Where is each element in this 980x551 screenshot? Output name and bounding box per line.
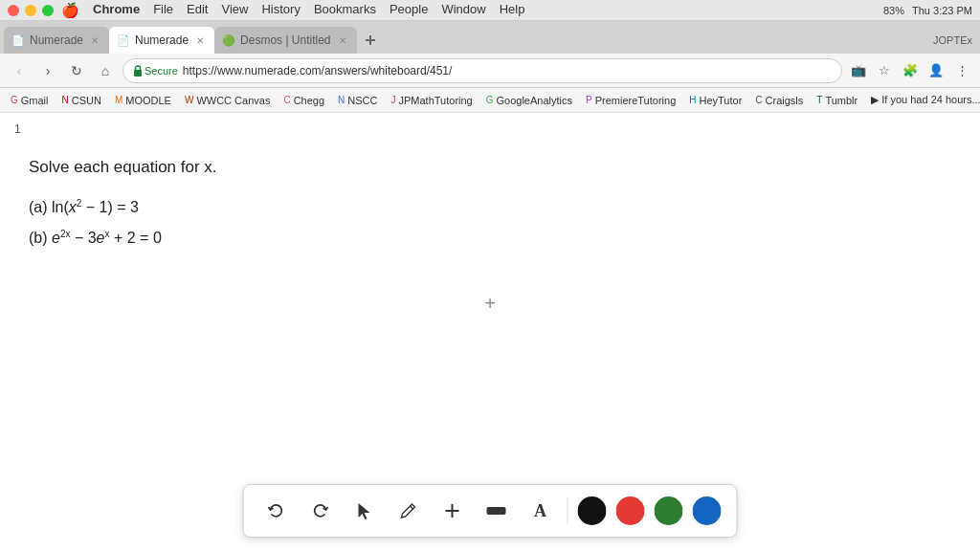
refresh-button[interactable]: ↻ — [65, 59, 88, 82]
equation-b: (b) e2x − 3ex + 2 = 0 — [29, 223, 951, 253]
bookmark-nscc[interactable]: N NSCC — [333, 93, 382, 108]
tab-favicon-2: 📄 — [117, 34, 130, 47]
secure-text: Secure — [145, 65, 178, 77]
tab-close-2[interactable]: ✕ — [193, 34, 207, 47]
csun-icon: N — [62, 95, 69, 105]
cursor-crosshair: + — [484, 293, 496, 315]
moodle-icon: M — [115, 95, 122, 105]
file-menu[interactable]: File — [153, 2, 173, 19]
system-tray: 83% Thu 3:23 PM — [883, 5, 972, 16]
nscc-icon: N — [338, 95, 345, 105]
help-menu[interactable]: Help — [500, 2, 525, 19]
bookmark-label-google: GoogleAnalytics — [497, 95, 573, 106]
text-tool-label: A — [534, 501, 546, 521]
math-content-area: Solve each equation for x. (a) ln(x2 − 1… — [0, 143, 980, 263]
chegg-icon: C — [283, 95, 290, 105]
chrome-menu[interactable]: Chrome — [93, 2, 140, 19]
tab-numerade-2[interactable]: 📄 Numerade ✕ — [109, 27, 214, 54]
google-icon: G — [486, 95, 494, 105]
craigslist-icon: C — [755, 95, 762, 105]
text-tool-button[interactable]: A — [523, 494, 558, 528]
profile-name: JOPTEx — [933, 34, 972, 46]
back-button[interactable]: ‹ — [8, 59, 31, 82]
forward-button[interactable]: › — [36, 59, 59, 82]
svg-rect-2 — [134, 70, 142, 77]
add-element-button[interactable] — [435, 494, 470, 528]
bookmark-tumblr[interactable]: T Tumblr — [812, 93, 862, 108]
bookmark-label-wwcc: WWCC Canvas — [196, 95, 270, 106]
drawing-toolbar: A — [243, 484, 738, 538]
bookmark-chegg[interactable]: C Chegg — [278, 93, 329, 108]
bookmark-label-premiere: PremiereTutoring — [595, 95, 677, 106]
bookmark-google[interactable]: G GoogleAnalytics — [481, 93, 577, 108]
highlight-tool-button[interactable] — [479, 494, 514, 528]
tab-bar: 📄 Numerade ✕ 📄 Numerade ✕ 🟢 Desmos | Unt… — [0, 21, 980, 54]
main-content: 1 Solve each equation for x. (a) ln(x2 −… — [0, 113, 980, 551]
toolbar-divider — [568, 497, 568, 524]
color-black-button[interactable] — [578, 496, 607, 525]
extensions-icon[interactable]: 🧩 — [900, 60, 921, 81]
equation-a: (a) ln(x2 − 1) = 3 — [29, 192, 951, 223]
color-red-button[interactable] — [616, 496, 645, 525]
url-text: https://www.numerade.com/answers/whitebo… — [183, 64, 832, 77]
tab-favicon-1: 📄 — [11, 34, 25, 47]
tab-close-desmos[interactable]: ✕ — [336, 34, 349, 47]
people-menu[interactable]: People — [390, 2, 428, 19]
bookmark-label-moodle: MOODLE — [125, 95, 171, 106]
fullscreen-button[interactable] — [42, 5, 54, 16]
bookmark-heytutor[interactable]: H HeyTutor — [684, 93, 746, 108]
premiere-icon: P — [586, 95, 592, 105]
svg-marker-3 — [359, 503, 370, 519]
svg-rect-7 — [487, 507, 506, 515]
bookmark-jpmath[interactable]: J JPMathTutoring — [386, 93, 477, 108]
bookmark-moodle[interactable]: M MOODLE — [110, 93, 176, 108]
profile-icon[interactable]: 👤 — [925, 60, 947, 81]
select-tool-button[interactable] — [347, 494, 382, 528]
bookmark-label-gmail: Gmail — [21, 95, 49, 106]
bookmark-label-jpmath: JPMathTutoring — [398, 95, 472, 106]
view-menu[interactable]: View — [221, 2, 248, 19]
titlebar: 🍎 Chrome File Edit View History Bookmark… — [0, 0, 980, 21]
whiteboard-area[interactable]: 1 Solve each equation for x. (a) ln(x2 −… — [0, 113, 980, 494]
address-bar: ‹ › ↻ ⌂ Secure https://www.numerade.com/… — [0, 54, 980, 88]
tab-numerade-1[interactable]: 📄 Numerade ✕ — [4, 27, 109, 54]
menu-bar: 🍎 Chrome File Edit View History Bookmark… — [61, 2, 524, 19]
bookmarks-bar: G Gmail N CSUN M MOODLE W WWCC Canvas C … — [0, 88, 980, 113]
history-menu[interactable]: History — [261, 2, 300, 19]
bookmark-wwcc[interactable]: W WWCC Canvas — [180, 93, 275, 108]
undo-button[interactable] — [259, 494, 294, 528]
bookmark-premiere[interactable]: P PremiereTutoring — [581, 93, 680, 108]
edit-menu[interactable]: Edit — [187, 2, 208, 19]
tab-label-2: Numerade — [135, 33, 189, 47]
tab-close-1[interactable]: ✕ — [88, 34, 101, 47]
color-blue-button[interactable] — [693, 496, 722, 525]
pencil-tool-button[interactable] — [391, 494, 426, 528]
minimize-button[interactable] — [25, 5, 36, 16]
bookmark-label-heytutor: HeyTutor — [700, 95, 743, 106]
color-green-button[interactable] — [655, 496, 683, 525]
bookmarks-menu[interactable]: Bookmarks — [314, 2, 376, 19]
cast-icon[interactable]: 📺 — [848, 60, 869, 81]
bookmark-csun[interactable]: N CSUN — [57, 93, 106, 108]
tab-desmos[interactable]: 🟢 Desmos | Untitled ✕ — [214, 27, 356, 54]
more-options-icon[interactable]: ⋮ — [951, 60, 972, 81]
page-number: 1 — [0, 122, 980, 136]
redo-button[interactable] — [303, 494, 338, 528]
bookmark-more[interactable]: ▶ If you had 24 hours... — [866, 92, 980, 108]
bookmark-label-csun: CSUN — [72, 95, 101, 106]
apple-menu[interactable]: 🍎 — [61, 2, 79, 19]
jpmath-icon: J — [390, 95, 395, 105]
traffic-lights — [8, 5, 54, 16]
bookmark-craigslist[interactable]: C Craigsls — [750, 93, 808, 108]
bookmark-label-chegg: Chegg — [294, 95, 324, 106]
clock: Thu 3:23 PM — [912, 5, 972, 16]
tab-label-1: Numerade — [30, 33, 83, 47]
home-button[interactable]: ⌂ — [94, 59, 117, 82]
new-tab-button[interactable] — [357, 27, 384, 54]
bookmark-star-icon[interactable]: ☆ — [874, 60, 895, 81]
window-menu[interactable]: Window — [441, 2, 485, 19]
address-input[interactable]: Secure https://www.numerade.com/answers/… — [122, 58, 842, 83]
tumblr-icon: T — [816, 95, 822, 105]
bookmark-gmail[interactable]: G Gmail — [6, 93, 54, 108]
close-button[interactable] — [8, 5, 19, 16]
